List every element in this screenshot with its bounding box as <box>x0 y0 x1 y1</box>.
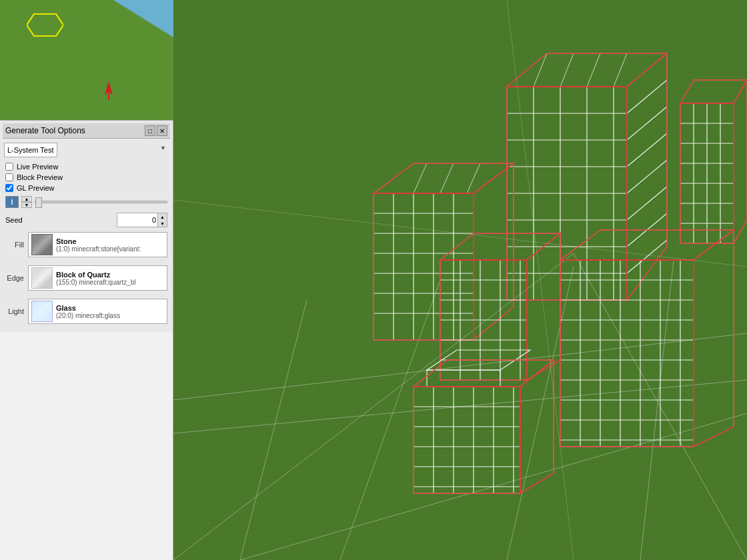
edge-row: Edge Block of Quartz (155:0) minecraft:q… <box>3 263 170 293</box>
light-block-selector[interactable]: Glass (20:0) minecraft:glass <box>28 299 167 324</box>
svg-line-9 <box>640 260 674 560</box>
svg-line-6 <box>240 300 307 560</box>
fill-row: Fill Stone (1:0) minecraft:stone[variant… <box>3 229 170 260</box>
fill-block-selector[interactable]: Stone (1:0) minecraft:stone[variant: <box>28 232 167 257</box>
seed-input-wrapper: ▲ ▼ <box>117 213 167 227</box>
block-preview-row: Block Preview <box>3 172 170 183</box>
light-block-text: Glass (20:0) minecraft:glass <box>56 304 120 319</box>
block-preview-label: Block Preview <box>17 173 63 181</box>
svg-marker-54 <box>734 80 747 243</box>
left-panel: Generate Tool Options □ ✕ L-System Test … <box>0 0 173 560</box>
svg-rect-55 <box>374 193 474 340</box>
svg-marker-57 <box>474 163 514 340</box>
svg-line-70 <box>467 163 480 193</box>
header-buttons: □ ✕ <box>145 125 167 136</box>
svg-line-29 <box>614 53 627 87</box>
svg-marker-41 <box>680 80 747 103</box>
svg-marker-56 <box>374 163 514 193</box>
light-block-icon <box>31 301 53 322</box>
svg-marker-53 <box>680 80 747 103</box>
svg-marker-76 <box>694 230 734 447</box>
minimap <box>0 0 173 120</box>
svg-line-28 <box>587 53 600 87</box>
slider-down-btn[interactable]: ▼ <box>21 202 32 208</box>
close-button[interactable]: ✕ <box>157 125 167 136</box>
svg-line-68 <box>414 163 427 193</box>
slider-spin-buttons: ▲ ▼ <box>21 196 32 208</box>
svg-line-27 <box>560 53 574 87</box>
svg-line-30 <box>627 80 667 113</box>
live-preview-checkbox[interactable] <box>5 163 13 171</box>
svg-line-7 <box>340 280 440 560</box>
svg-line-33 <box>627 160 667 193</box>
minimap-selection <box>27 10 63 40</box>
svg-marker-13 <box>507 53 667 87</box>
seed-spinners: ▲ ▼ <box>157 213 167 227</box>
seed-label: Seed <box>5 216 23 224</box>
fill-block-id: (1:0) minecraft:stone[variant: <box>56 245 141 253</box>
slider-up-btn[interactable]: ▲ <box>21 196 32 202</box>
light-label: Light <box>5 307 24 315</box>
svg-marker-73 <box>474 163 514 340</box>
live-preview-row: Live Preview <box>3 161 170 172</box>
tool-options-header: Generate Tool Options □ ✕ <box>3 123 170 139</box>
gl-preview-label: GL Preview <box>17 184 54 192</box>
gl-preview-row: GL Preview <box>3 183 170 193</box>
edge-block-name: Block of Quartz <box>56 271 136 279</box>
svg-line-32 <box>627 133 667 167</box>
svg-marker-0 <box>27 14 63 36</box>
svg-line-8 <box>507 267 574 560</box>
svg-marker-94 <box>694 230 734 447</box>
svg-marker-75 <box>560 230 734 260</box>
edge-block-icon <box>31 267 53 289</box>
svg-line-129 <box>173 200 747 267</box>
main-viewport[interactable] <box>173 0 747 560</box>
edge-block-selector[interactable]: Block of Quartz (155:0) minecraft:quartz… <box>28 265 167 291</box>
preset-dropdown[interactable]: L-System Test <box>4 143 57 157</box>
edge-block-id: (155:0) minecraft:quartz_bl <box>56 279 136 286</box>
seed-row: Seed ▲ ▼ <box>3 211 170 229</box>
svg-marker-72 <box>374 163 514 193</box>
fill-block-icon <box>31 234 53 255</box>
fill-label: Fill <box>5 241 24 249</box>
svg-rect-71 <box>374 193 474 340</box>
scene-svg <box>173 0 747 560</box>
edge-label: Edge <box>5 274 24 282</box>
svg-line-31 <box>627 107 667 140</box>
svg-marker-38 <box>507 53 667 87</box>
gl-preview-checkbox[interactable] <box>5 184 13 192</box>
tool-options-panel: Generate Tool Options □ ✕ L-System Test … <box>0 120 173 332</box>
svg-rect-123 <box>427 370 500 387</box>
light-row: Light Glass (20:0) minecraft:glass <box>3 296 170 327</box>
minimize-button[interactable]: □ <box>145 125 155 136</box>
svg-marker-93 <box>560 230 734 260</box>
slider-indicator: I <box>5 196 19 208</box>
slider-thumb[interactable] <box>35 197 42 208</box>
seed-input[interactable] <box>117 213 157 227</box>
preset-dropdown-row: L-System Test <box>3 143 170 157</box>
svg-line-69 <box>440 163 454 193</box>
minimap-compass <box>103 81 114 103</box>
block-preview-checkbox[interactable] <box>5 173 13 181</box>
live-preview-label: Live Preview <box>17 163 58 171</box>
slider-track[interactable] <box>35 201 167 203</box>
tool-options-title: Generate Tool Options <box>5 126 85 135</box>
svg-line-34 <box>627 187 667 220</box>
seed-up-btn[interactable]: ▲ <box>157 213 167 220</box>
seed-down-btn[interactable]: ▼ <box>157 220 167 227</box>
fill-block-text: Stone (1:0) minecraft:stone[variant: <box>56 237 141 253</box>
preset-dropdown-wrapper: L-System Test <box>4 143 169 157</box>
fill-block-name: Stone <box>56 237 141 245</box>
light-block-id: (20:0) minecraft:glass <box>56 312 120 319</box>
light-block-name: Glass <box>56 304 120 312</box>
slider-row: I ▲ ▼ <box>3 193 170 211</box>
edge-block-text: Block of Quartz (155:0) minecraft:quartz… <box>56 271 136 286</box>
svg-marker-42 <box>734 80 747 243</box>
